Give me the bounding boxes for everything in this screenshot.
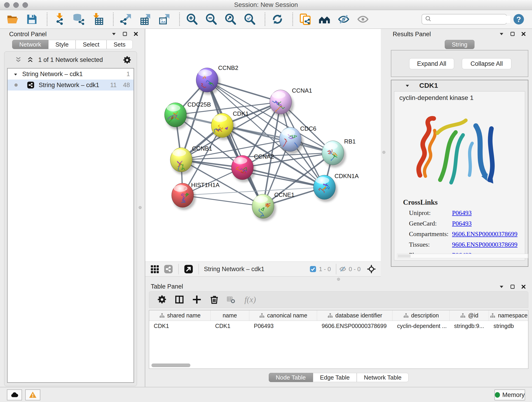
left-splitter-grip[interactable] xyxy=(139,206,142,209)
window-minimize-button[interactable] xyxy=(13,2,19,8)
tab-sets[interactable]: Sets xyxy=(107,40,133,49)
table-cell[interactable]: cyclin-dependent ... xyxy=(393,321,450,331)
zoom-fit-icon[interactable] xyxy=(224,13,237,26)
node-section-header[interactable]: CDK1 xyxy=(391,80,528,91)
tab-node-table[interactable]: Node Table xyxy=(269,373,313,382)
tab-edge-table[interactable]: Edge Table xyxy=(313,373,357,382)
cloud-button[interactable] xyxy=(7,389,22,400)
import-database-icon[interactable] xyxy=(73,13,85,26)
network-grid-view-icon[interactable] xyxy=(150,264,159,274)
node-CCNE1[interactable]: CCNE1 xyxy=(252,191,294,221)
tab-string[interactable]: String xyxy=(445,40,475,49)
expand-all-button[interactable]: Expand All xyxy=(409,58,454,69)
zoom-out-icon[interactable] xyxy=(205,13,217,26)
panel-float-icon[interactable] xyxy=(510,31,515,37)
panel-close-icon[interactable] xyxy=(133,31,139,37)
node-HIST1H1A[interactable]: HIST1H1A xyxy=(172,182,220,210)
node-CDKN1A[interactable]: CDKN1A xyxy=(313,172,359,202)
network-row[interactable]: String Network – cdk1 11 48 xyxy=(7,80,133,90)
delete-column-icon[interactable] xyxy=(209,294,219,305)
panel-menu-icon[interactable] xyxy=(111,31,117,37)
open-session-icon[interactable] xyxy=(6,13,19,26)
save-session-icon[interactable] xyxy=(26,13,38,26)
zoom-selected-icon[interactable] xyxy=(244,13,256,26)
refresh-icon[interactable] xyxy=(271,13,284,26)
vertical-splitter-grip[interactable] xyxy=(382,151,385,154)
panel-menu-icon[interactable] xyxy=(499,31,505,37)
column-header-description[interactable]: description xyxy=(393,310,450,321)
column-header-name[interactable]: name xyxy=(210,310,249,321)
tab-network[interactable]: Network xyxy=(12,40,48,49)
import-table-icon[interactable] xyxy=(92,13,104,26)
crosslink-value-link[interactable]: 9606.ENSP00000378699 xyxy=(452,241,517,251)
panel-close-icon[interactable] xyxy=(520,31,526,37)
export-image-icon[interactable] xyxy=(158,13,171,26)
open-in-new-window-icon[interactable] xyxy=(184,264,193,274)
window-zoom-button[interactable] xyxy=(22,2,28,8)
table-cell[interactable]: stringdb:9... xyxy=(450,321,489,331)
export-network-icon[interactable] xyxy=(120,13,132,26)
add-column-icon[interactable] xyxy=(192,294,202,305)
table-cell[interactable]: P06493 xyxy=(249,321,317,331)
string-home-icon[interactable] xyxy=(318,13,331,26)
crosslink-value-link[interactable]: P06493 xyxy=(452,209,472,220)
column-label: canonical name xyxy=(267,312,307,319)
duplicate-network-icon[interactable] xyxy=(299,13,311,26)
collapse-all-button[interactable]: Collapse All xyxy=(462,58,511,69)
column-header--id[interactable]: @id xyxy=(450,310,489,321)
search-box[interactable] xyxy=(422,14,507,25)
column-header-namespace[interactable]: namespace xyxy=(489,310,528,321)
network-share-icon[interactable] xyxy=(164,264,173,274)
birdseye-crosshair-icon[interactable] xyxy=(367,264,376,274)
node-RB1[interactable]: RB1 xyxy=(322,138,356,167)
table-horizontal-scrollbar[interactable] xyxy=(152,364,190,367)
show-icon[interactable] xyxy=(357,13,369,26)
section-collapse-icon[interactable] xyxy=(405,83,410,89)
table-row[interactable]: CDK1CDK1P064939606.ENSP00000378699cyclin… xyxy=(149,321,528,331)
hide-icon[interactable] xyxy=(337,13,350,26)
network-collection-row[interactable]: String Network – cdk1 1 xyxy=(7,69,133,80)
node-CCNA1[interactable]: CCNA1 xyxy=(270,87,312,117)
node-label-CDC25B: CDC25B xyxy=(187,101,211,108)
window-close-button[interactable] xyxy=(4,2,10,8)
memory-button[interactable]: Memory xyxy=(494,389,525,400)
tab-select[interactable]: Select xyxy=(76,40,106,49)
collection-expand-icon[interactable] xyxy=(13,71,18,77)
horizontal-splitter-grip[interactable] xyxy=(337,278,340,281)
crosslink-value-link[interactable]: 9606.ENSP00000378699 xyxy=(452,230,517,241)
panel-close-icon[interactable] xyxy=(520,284,526,290)
select-columns-icon[interactable] xyxy=(174,294,184,305)
table-cell[interactable]: CDK1 xyxy=(149,321,210,331)
panel-float-icon[interactable] xyxy=(122,31,128,37)
node-CDC25B[interactable]: CDC25B xyxy=(165,101,211,129)
import-network-icon[interactable] xyxy=(53,13,66,26)
warnings-button[interactable] xyxy=(25,389,40,400)
node-table[interactable]: shared namenamecanonical namedatabase id… xyxy=(149,310,528,369)
help-icon[interactable]: ? xyxy=(513,13,525,25)
node-CDK1[interactable]: CDK1 xyxy=(211,110,249,140)
table-cell[interactable]: 9606.ENSP00000378699 xyxy=(317,321,393,331)
table-cell[interactable]: stringdb xyxy=(489,321,528,331)
node-CCNB1[interactable]: CCNB1 xyxy=(170,145,212,174)
horizontal-splitter[interactable] xyxy=(145,277,532,282)
network-options-gear-icon[interactable] xyxy=(123,56,132,65)
panel-menu-icon[interactable] xyxy=(499,284,505,290)
crosslink-value-link[interactable]: P06493 xyxy=(452,220,472,230)
table-settings-gear-icon[interactable] xyxy=(157,294,167,305)
network-view-canvas[interactable]: CCNB2CCNA1CDC25BCDK1CDC6RB1CCNB1CCNA2CDK… xyxy=(145,29,381,262)
search-input[interactable] xyxy=(433,16,510,23)
node-CCNB2[interactable]: CCNB2 xyxy=(196,64,238,95)
column-header-database-identifier[interactable]: database identifier xyxy=(317,310,393,321)
tab-network-table[interactable]: Network Table xyxy=(357,373,409,382)
vertical-splitter[interactable] xyxy=(381,29,387,282)
selected-checkbox-icon[interactable] xyxy=(309,265,317,273)
export-table-icon[interactable] xyxy=(139,13,151,26)
results-scrollbar[interactable] xyxy=(397,254,528,258)
hidden-eye-icon[interactable] xyxy=(339,265,346,273)
table-cell[interactable]: CDK1 xyxy=(210,321,249,331)
column-header-canonical-name[interactable]: canonical name xyxy=(249,310,317,321)
panel-float-icon[interactable] xyxy=(510,284,515,290)
column-header-shared-name[interactable]: shared name xyxy=(149,310,210,321)
tab-style[interactable]: Style xyxy=(48,40,76,49)
zoom-in-icon[interactable] xyxy=(186,13,198,26)
